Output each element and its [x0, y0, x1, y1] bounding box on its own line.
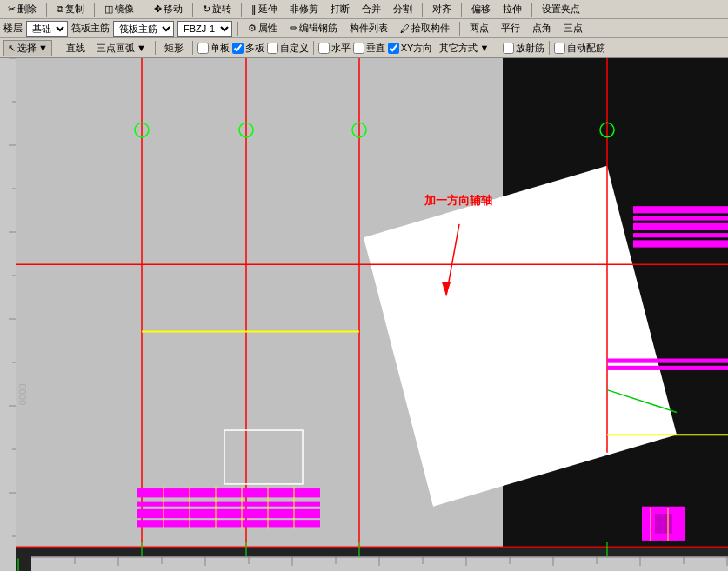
properties-button[interactable]: ⚙ 属性: [244, 20, 282, 37]
mirror-icon: ◫: [104, 3, 113, 15]
copy-icon: ⧉: [57, 3, 63, 15]
line-button[interactable]: 直线: [62, 40, 90, 56]
break-button[interactable]: 打断: [326, 1, 354, 17]
move-icon: ✥: [154, 3, 162, 15]
canvas-area[interactable]: 4000 4000 8000 8000 ⊕ 加一方向辅轴: [16, 58, 728, 571]
two-points-button[interactable]: 两点: [465, 20, 493, 37]
move-button[interactable]: ✥ 移动: [150, 1, 187, 17]
copy-button[interactable]: ⧉ 复制: [52, 1, 89, 17]
id-select[interactable]: FBZJ-1: [177, 21, 232, 37]
svg-rect-69: [31, 557, 728, 571]
component-list-button[interactable]: 构件列表: [345, 20, 392, 37]
set-grip-button[interactable]: 设置夹点: [538, 1, 584, 17]
separator: [313, 41, 314, 55]
svg-rect-39: [633, 206, 728, 213]
main-area: 4000 4000 8000 8000 ⊕ 加一方向辅轴: [0, 58, 728, 571]
ruler-bottom: [31, 556, 728, 571]
split-button[interactable]: 分割: [389, 1, 417, 17]
extend-button[interactable]: ‖ 延伸: [247, 1, 282, 17]
svg-rect-45: [607, 366, 728, 370]
separator: [549, 41, 550, 55]
svg-text:8000: 8000: [17, 383, 28, 405]
offset-button[interactable]: 偏移: [467, 1, 495, 17]
stretch-button[interactable]: 拉伸: [498, 1, 526, 17]
select-button[interactable]: ↖ 选择 ▼: [3, 40, 52, 56]
rotate-icon: ↻: [203, 3, 210, 15]
merge-button[interactable]: 合并: [357, 1, 385, 17]
ruler-left-svg: [0, 58, 16, 571]
type-label: 筏板主筋: [71, 22, 110, 35]
toolbar-row2: 楼层 基础 筏板主筋 筏板主筋 FBZJ-1 ⚙ 属性 ✏ 编辑钢筋 构件列表 …: [0, 19, 728, 38]
svg-rect-43: [633, 240, 728, 247]
svg-rect-40: [633, 216, 728, 221]
separator: [57, 41, 57, 55]
custom-item[interactable]: 自定义: [267, 42, 309, 55]
svg-rect-30: [137, 509, 320, 518]
extend-icon: ‖: [251, 3, 257, 15]
align-button[interactable]: 对齐: [428, 1, 456, 17]
svg-rect-48: [655, 514, 672, 534]
svg-rect-42: [633, 233, 728, 237]
vertical-checkbox[interactable]: [353, 43, 364, 54]
horizontal-item[interactable]: 水平: [318, 42, 351, 55]
toolbar-row3: ↖ 选择 ▼ 直线 三点画弧 ▼ 矩形 单板 多板 自定义: [0, 38, 728, 57]
separator: [192, 3, 193, 17]
auto-rebar-item[interactable]: 自动配筋: [554, 42, 605, 55]
xy-direction-checkbox[interactable]: [388, 43, 399, 54]
floor-label: 楼层: [3, 22, 23, 35]
drawing-svg: 4000 4000 8000 8000 ⊕: [16, 58, 728, 571]
separator: [144, 3, 144, 17]
svg-rect-28: [137, 488, 320, 497]
single-board-item[interactable]: 单板: [197, 42, 230, 55]
separator: [422, 3, 423, 17]
ruler-bottom-svg: [31, 557, 728, 571]
separator: [531, 3, 532, 17]
multi-board-checkbox[interactable]: [232, 43, 244, 54]
radial-rebar-item[interactable]: 放射筋: [503, 42, 544, 55]
auto-rebar-checkbox[interactable]: [554, 43, 565, 54]
toolbar-row1: ✂ 删除 ⧉ 复制 ◫ 镜像 ✥ 移动 ↻ 旋转 ‖ 延伸 非修剪: [0, 0, 728, 19]
dropdown-arrow: ▼: [137, 43, 146, 53]
separator: [241, 3, 242, 17]
delete-icon: ✂: [8, 3, 16, 15]
dropdown-arrow: ▼: [479, 43, 489, 53]
point-angle-button[interactable]: 点角: [528, 20, 556, 37]
separator: [192, 41, 193, 55]
separator: [94, 3, 95, 17]
radial-rebar-checkbox[interactable]: [503, 43, 514, 54]
type-select[interactable]: 筏板主筋: [113, 21, 174, 37]
arc-button[interactable]: 三点画弧 ▼: [92, 40, 150, 56]
rect-button[interactable]: 矩形: [160, 40, 188, 56]
svg-rect-44: [607, 359, 728, 363]
dropdown-arrow: ▼: [38, 43, 48, 53]
separator: [237, 22, 238, 36]
xy-direction-item[interactable]: XY方向: [388, 42, 433, 55]
mirror-button[interactable]: ◫ 镜像: [100, 1, 138, 17]
other-method-button[interactable]: 其它方式 ▼: [435, 40, 493, 56]
svg-rect-29: [137, 502, 320, 507]
custom-checkbox[interactable]: [267, 43, 278, 54]
floor-select[interactable]: 基础: [26, 21, 68, 37]
parallel-button[interactable]: 平行: [497, 20, 524, 37]
ruler-left: [0, 58, 16, 571]
separator: [461, 3, 462, 17]
rotate-button[interactable]: ↻ 旋转: [198, 1, 236, 17]
notrim-button[interactable]: 非修剪: [285, 1, 323, 17]
svg-rect-31: [137, 520, 320, 527]
separator: [155, 41, 156, 55]
pick-component-button[interactable]: 🖊 拾取构件: [396, 20, 454, 37]
select-icon: ↖: [8, 43, 16, 54]
svg-rect-0: [0, 58, 16, 571]
multi-board-item[interactable]: 多板: [232, 42, 264, 55]
separator: [459, 22, 460, 36]
vertical-item[interactable]: 垂直: [353, 42, 385, 55]
horizontal-checkbox[interactable]: [318, 43, 330, 54]
delete-button[interactable]: ✂ 删除: [3, 1, 41, 17]
edit-rebar-button[interactable]: ✏ 编辑钢筋: [285, 20, 342, 37]
separator: [46, 3, 47, 17]
single-board-checkbox[interactable]: [197, 43, 209, 54]
three-points-button[interactable]: 三点: [559, 20, 587, 37]
svg-rect-41: [633, 223, 728, 230]
separator: [498, 41, 498, 55]
